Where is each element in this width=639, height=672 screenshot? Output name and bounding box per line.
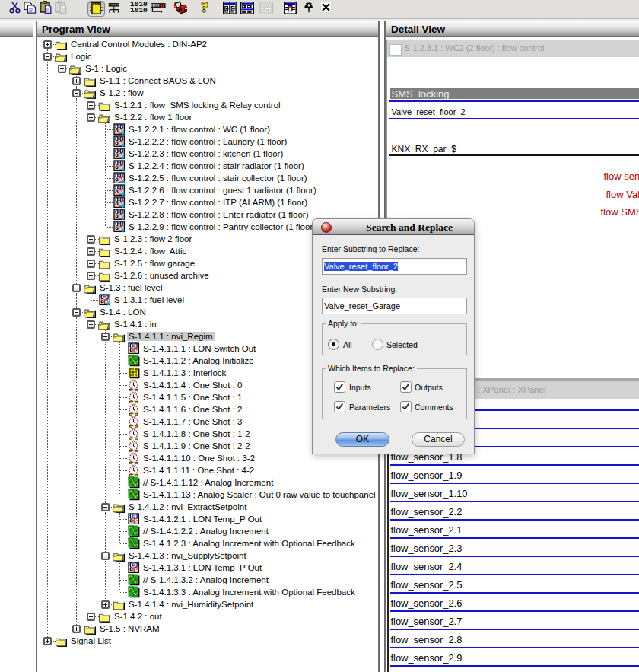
svg-text:?: ? bbox=[201, 0, 208, 15]
